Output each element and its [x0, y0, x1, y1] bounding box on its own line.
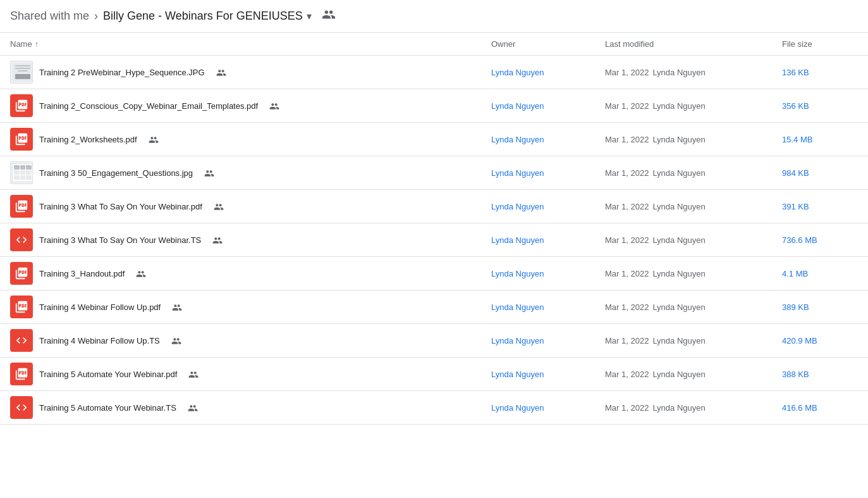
file-name: Training 3 What To Say On Your Webinar.T…: [39, 235, 201, 245]
file-name-cell: Training 2_Worksheets.pdf: [10, 128, 491, 151]
file-size: 356 KB: [782, 101, 858, 111]
modified-cell: Mar 1, 2022 Lynda Nguyen: [605, 202, 782, 211]
file-size: 420.9 MB: [782, 336, 858, 345]
modified-by: Lynda Nguyen: [652, 135, 705, 144]
shared-icon: [210, 234, 223, 245]
sort-arrow-icon: ↑: [35, 40, 39, 49]
owner-cell: Lynda Nguyen: [491, 168, 605, 178]
table-row[interactable]: Training 5 Automate Your Webinar.TS Lynd…: [0, 391, 868, 425]
pdf-icon: [10, 262, 33, 285]
owner-cell: Lynda Nguyen: [491, 370, 605, 379]
modified-by: Lynda Nguyen: [652, 403, 705, 413]
modified-date: Mar 1, 2022: [605, 269, 649, 278]
modified-by: Lynda Nguyen: [652, 101, 705, 111]
modified-date: Mar 1, 2022: [605, 135, 649, 144]
file-size: 391 KB: [782, 202, 858, 211]
shared-with-me-link[interactable]: Shared with me: [10, 9, 89, 23]
modified-cell: Mar 1, 2022 Lynda Nguyen: [605, 336, 782, 345]
shared-icon: [214, 66, 226, 77]
modified-date: Mar 1, 2022: [605, 68, 649, 77]
shared-icon: [169, 301, 182, 312]
file-size: 736.6 MB: [782, 235, 858, 245]
file-name-cell: Training 3_Handout.pdf: [10, 262, 491, 285]
column-last-modified: Last modified: [605, 39, 782, 49]
file-list: Training 2 PreWebinar_Hype_Sequence.JPG …: [0, 56, 868, 425]
share-people-icon[interactable]: [322, 8, 336, 25]
pdf-icon: [10, 128, 33, 151]
column-file-size: File size: [782, 39, 858, 49]
file-name-cell: Training 3 What To Say On Your Webinar.T…: [10, 228, 491, 251]
modified-date: Mar 1, 2022: [605, 302, 649, 312]
ts-icon: [10, 228, 33, 251]
table-row[interactable]: Training 2_Conscious_Copy_Webinar_Email_…: [0, 89, 868, 123]
file-name: Training 5 Automate Your Webinar.pdf: [39, 370, 177, 379]
file-name-cell: Training 5 Automate Your Webinar.pdf: [10, 363, 491, 385]
folder-dropdown-icon[interactable]: ▾: [307, 10, 312, 22]
modified-date: Mar 1, 2022: [605, 370, 649, 379]
breadcrumb-chevron-icon: ›: [94, 9, 98, 23]
table-row[interactable]: Training 2_Worksheets.pdf Lynda Nguyen M…: [0, 123, 868, 156]
table-row[interactable]: Training 4 Webinar Follow Up.pdf Lynda N…: [0, 290, 868, 324]
modified-date: Mar 1, 2022: [605, 202, 649, 211]
table-row[interactable]: Training 3 What To Say On Your Webinar.T…: [0, 223, 868, 257]
modified-by: Lynda Nguyen: [652, 235, 705, 245]
file-name: Training 3 What To Say On Your Webinar.p…: [39, 202, 202, 211]
table-row[interactable]: Training 3_Handout.pdf Lynda Nguyen Mar …: [0, 257, 868, 290]
modified-by: Lynda Nguyen: [652, 302, 705, 312]
shared-icon: [202, 167, 214, 178]
file-name-cell: Training 5 Automate Your Webinar.TS: [10, 396, 491, 419]
ts-icon: [10, 396, 33, 419]
modified-by: Lynda Nguyen: [652, 269, 705, 278]
modified-date: Mar 1, 2022: [605, 101, 649, 111]
owner-cell: Lynda Nguyen: [491, 235, 605, 245]
table-row[interactable]: Training 5 Automate Your Webinar.pdf Lyn…: [0, 358, 868, 391]
file-name-cell: Training 3 50_Engagement_Questions.jpg: [10, 161, 491, 184]
table-header: Name ↑ Owner Last modified File size: [0, 33, 868, 56]
modified-cell: Mar 1, 2022 Lynda Nguyen: [605, 370, 782, 379]
owner-cell: Lynda Nguyen: [491, 68, 605, 77]
file-name: Training 5 Automate Your Webinar.TS: [39, 403, 176, 413]
file-name-cell: Training 2_Conscious_Copy_Webinar_Email_…: [10, 94, 491, 117]
modified-date: Mar 1, 2022: [605, 336, 649, 345]
file-name: Training 4 Webinar Follow Up.TS: [39, 336, 160, 345]
modified-cell: Mar 1, 2022 Lynda Nguyen: [605, 302, 782, 312]
ts-icon: [10, 329, 33, 352]
shared-icon: [211, 201, 224, 211]
owner-cell: Lynda Nguyen: [491, 302, 605, 312]
current-folder: Billy Gene - Webinars For GENEIUSES ▾: [103, 9, 312, 23]
file-name-cell: Training 4 Webinar Follow Up.pdf: [10, 296, 491, 318]
shared-icon: [133, 268, 146, 278]
shared-icon: [185, 402, 198, 413]
modified-cell: Mar 1, 2022 Lynda Nguyen: [605, 403, 782, 413]
modified-cell: Mar 1, 2022 Lynda Nguyen: [605, 101, 782, 111]
column-owner: Owner: [491, 39, 605, 49]
modified-date: Mar 1, 2022: [605, 168, 649, 178]
file-name-cell: Training 3 What To Say On Your Webinar.p…: [10, 195, 491, 218]
jpg2-thumbnail-icon: [10, 161, 33, 184]
jpg-thumbnail-icon: [10, 61, 33, 84]
column-name[interactable]: Name ↑: [10, 39, 491, 49]
table-row[interactable]: Training 2 PreWebinar_Hype_Sequence.JPG …: [0, 56, 868, 89]
pdf-icon: [10, 94, 33, 117]
shared-icon: [146, 134, 159, 144]
owner-cell: Lynda Nguyen: [491, 269, 605, 278]
table-row[interactable]: Training 3 What To Say On Your Webinar.p…: [0, 190, 868, 223]
modified-cell: Mar 1, 2022 Lynda Nguyen: [605, 168, 782, 178]
breadcrumb-bar: Shared with me › Billy Gene - Webinars F…: [0, 0, 868, 33]
file-size: 388 KB: [782, 370, 858, 379]
modified-cell: Mar 1, 2022 Lynda Nguyen: [605, 68, 782, 77]
shared-icon: [267, 100, 279, 111]
modified-cell: Mar 1, 2022 Lynda Nguyen: [605, 235, 782, 245]
modified-by: Lynda Nguyen: [652, 370, 705, 379]
file-name: Training 4 Webinar Follow Up.pdf: [39, 302, 161, 312]
file-name: Training 3_Handout.pdf: [39, 269, 125, 278]
modified-by: Lynda Nguyen: [652, 68, 705, 77]
folder-name-label: Billy Gene - Webinars For GENEIUSES: [103, 9, 303, 23]
modified-date: Mar 1, 2022: [605, 403, 649, 413]
table-row[interactable]: Training 3 50_Engagement_Questions.jpg L…: [0, 156, 868, 190]
owner-cell: Lynda Nguyen: [491, 403, 605, 413]
file-name-cell: Training 4 Webinar Follow Up.TS: [10, 329, 491, 352]
table-row[interactable]: Training 4 Webinar Follow Up.TS Lynda Ng…: [0, 324, 868, 358]
pdf-icon: [10, 195, 33, 218]
modified-by: Lynda Nguyen: [652, 168, 705, 178]
